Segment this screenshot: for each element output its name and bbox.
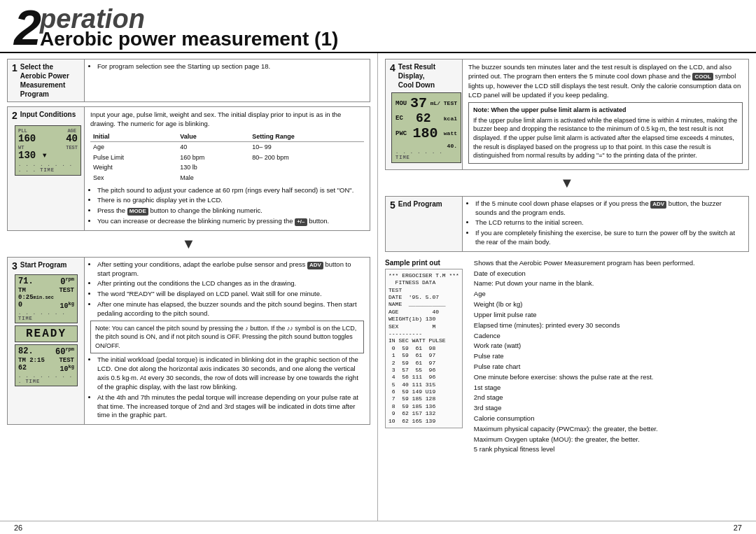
section-3-title: Start Program <box>20 260 67 269</box>
lcd-3a-b2: 10kg <box>60 301 74 310</box>
cool-label: COOL <box>692 73 713 80</box>
cell-age-range: 10– 99 <box>249 142 364 153</box>
lcd-test-label: TEST <box>66 145 78 150</box>
arrow-down-1: ▼ <box>7 235 370 253</box>
lcd-3c-b1: 62 <box>18 364 27 373</box>
lcd-3c-val2: 60rpm <box>55 346 74 357</box>
sample-item-16: Calorie consumption <box>474 414 749 423</box>
section-3-bullet-2: After printing out the conditions the LC… <box>97 279 364 288</box>
sample-item-10: Pulse rate <box>474 352 749 361</box>
table-row: Pulse Limit 160 bpm 80– 200 bpm <box>90 153 364 163</box>
lcd-3c-tm: TM 2:15 <box>18 357 45 364</box>
lcd-4-mou-val: 37 <box>410 95 427 111</box>
sample-item-18: Maximum Oxygen uptake (MOU): the greater… <box>474 435 749 444</box>
lcd-ready-text: READY <box>18 328 74 340</box>
section-4-note: Note: When the upper pulse limit alarm i… <box>468 102 743 164</box>
lcd-3c-b2: 10kg <box>60 364 74 373</box>
lcd-values-top: 160 40 <box>18 134 78 143</box>
sample-item-3: Name: Put down your name in the blank. <box>474 279 749 288</box>
col-initial: Initial <box>90 132 177 142</box>
section-3-bullet-6: At the 4th and 7th minutes the pedal tor… <box>97 393 364 420</box>
table-row: Weight 130 lb <box>90 162 364 173</box>
cell-pulse-value: 160 bpm <box>177 153 249 163</box>
page-footer: 26 27 <box>0 521 756 534</box>
section-2-content: Input your age, pulse limit, weight and … <box>85 107 370 230</box>
sample-item-17: Maximum physical capacity (PWCmax): the … <box>474 425 749 434</box>
table-row: Age 40 10– 99 <box>90 142 364 153</box>
lcd-4-cool: 40. <box>396 143 457 149</box>
section-2-number: 2 <box>12 110 18 121</box>
section-1-number: 1 <box>12 62 18 73</box>
lcd-3c-bot: 62 10kg <box>18 364 74 373</box>
lcd-4-pwc-val: 180 <box>412 125 438 141</box>
conditions-table-header: Initial Value Setting Range <box>90 132 364 142</box>
section-3-bullets: After setting your conditions, adapt the… <box>90 260 364 318</box>
cell-weight-range <box>249 162 364 173</box>
lcd-panel-3c: 82. 60rpm TM 2:15 TEST 62 10kg <box>15 344 78 386</box>
plusminus-button-label: +/– <box>295 218 307 226</box>
section-4-lcd-wrap: MOU 37 mL/ TEST EC 62 kcal PWC 180 <box>390 92 463 163</box>
section-2-bullet-2: There is no graphic display yet in the L… <box>97 196 364 205</box>
section-1-title: Select the Aerobic PowerMeasurement Prog… <box>20 62 80 99</box>
lcd-3a-bot: 0 10kg <box>18 301 74 310</box>
section-2-bullet-4: You can increase or decrease the blinkin… <box>97 217 364 226</box>
lcd-wt-value: 130 ▾ <box>18 150 78 160</box>
section-5-box: 5 End Program If the 5 minute cool down … <box>385 196 749 252</box>
main-title: Aerobic power measurement (1) <box>40 29 338 49</box>
mode-button-label: MODE <box>127 208 148 216</box>
section-2-label: 2 Input Conditions PLL AGE 160 40 <box>8 107 85 230</box>
sample-item-11: Pulse rate chart <box>474 363 749 372</box>
lcd-3a-test: TEST <box>59 287 74 301</box>
section-number-large: 2 <box>14 8 41 50</box>
lcd-4-pwc-unit: watt <box>444 130 457 136</box>
section-5-title: End Program <box>398 199 442 209</box>
sample-section: Sample print out *** ERGOCISER T.M *** F… <box>385 259 749 515</box>
section-3-bullet-3: The word "READY" will be displayed on LC… <box>97 290 364 299</box>
adv-button-label: ADV <box>307 262 323 269</box>
sample-item-2: Date of execution <box>474 269 749 279</box>
section-4-note-text: If the upper pulse limit alarm is activa… <box>473 116 738 160</box>
lcd-4-pwc-label: PWC <box>396 130 407 137</box>
section-5-number: 5 <box>390 199 396 211</box>
cell-age-value: 40 <box>177 142 249 153</box>
section-4-box: 4 Test Result Display,Cool Down MOU 37 m… <box>385 59 749 170</box>
cell-sex-value: Male <box>177 173 249 183</box>
lcd-3a-top: 71. 0rpm <box>18 276 74 287</box>
section-3-bullet-5: The initial workload (pedal torque) is i… <box>97 356 364 391</box>
lcd-3c-mid: TM 2:15 TEST <box>18 357 74 364</box>
page-number-left: 26 <box>14 524 22 532</box>
cell-pulse-label: Pulse Limit <box>90 153 177 163</box>
sample-item-7: Elapsed time (minutes): printed every 30… <box>474 321 749 330</box>
page-number-right: 27 <box>734 524 742 532</box>
section-3-box: 3 Start Program 71. 0rpm TM 0:25min <box>7 257 370 425</box>
section-4-content: The buzzer sounds ten minutes later and … <box>463 59 748 169</box>
section-5-content: If the 5 minute cool down phase elapses … <box>463 197 748 251</box>
section-5-bullets: If the 5 minute cool down phase elapses … <box>468 199 743 247</box>
lcd-3a-mid: TM 0:25min.sec TEST <box>18 287 74 301</box>
section-4-title: Test Result Display,Cool Down <box>398 62 458 90</box>
section-1-bullets: For program selection see the Starting u… <box>90 62 364 71</box>
section-4-label: 4 Test Result Display,Cool Down MOU 37 m… <box>386 59 463 169</box>
section-3-lcds: 71. 0rpm TM 0:25min.sec TEST 0 10kg <box>12 274 80 387</box>
section-4-number: 4 <box>390 62 396 73</box>
right-column: 4 Test Result Display,Cool Down MOU 37 m… <box>378 53 756 521</box>
section-5-bullet-3: If you are completely finishing the exer… <box>475 229 743 247</box>
section-3-label: 3 Start Program 71. 0rpm TM 0:25min <box>8 258 85 424</box>
conditions-table: Initial Value Setting Range Age 40 10– 9… <box>90 132 364 183</box>
lcd-4-dots: . . . . . . . TIME <box>396 149 457 160</box>
sample-item-14: 2nd stage <box>474 393 749 402</box>
section-4-note-title: Note: When the upper pulse limit alarm i… <box>473 106 738 115</box>
section-5-label: 5 End Program <box>386 197 463 251</box>
lcd-pll-value: 160 <box>18 134 36 143</box>
sample-item-12: One minute before exercise: shows the pu… <box>474 373 749 382</box>
section-1-bullet-1: For program selection see the Starting u… <box>97 62 364 71</box>
section-2-title: Input Conditions <box>20 110 76 119</box>
section-4-intro: The buzzer sounds ten minutes later and … <box>468 62 743 99</box>
page-header: 2 peration Aerobic power measurement (1) <box>0 0 756 53</box>
lcd-3a-tm: TM 0:25min.sec <box>18 287 59 301</box>
lcd-3a-dots: . . . . . . . TIME <box>18 310 74 321</box>
lcd-4-ec-row: EC 62 kcal <box>396 111 457 125</box>
section-5-bullet-2: The LCD returns to the initial screen. <box>475 218 743 227</box>
section-2-header-row: 2 Input Conditions PLL AGE 160 40 <box>8 107 370 230</box>
section-2-lcd: PLL AGE 160 40 WT TEST 130 ▾ <box>12 124 84 177</box>
